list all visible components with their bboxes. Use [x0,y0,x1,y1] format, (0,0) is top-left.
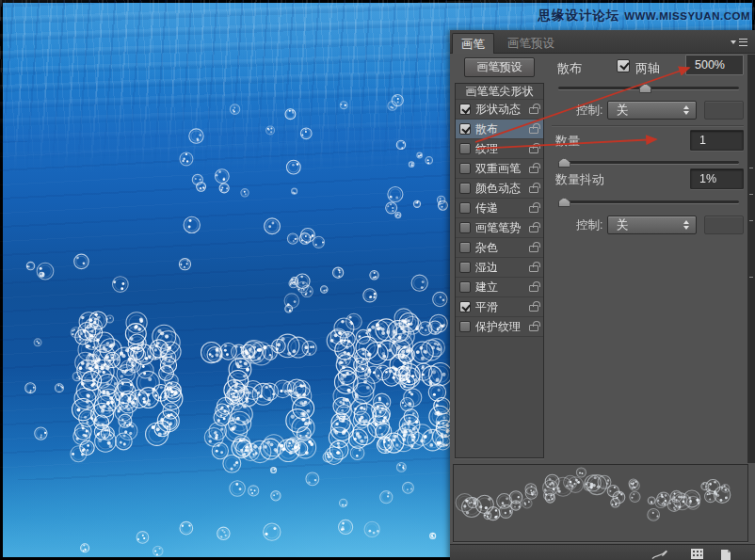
panel-tab-bar: 画笔 画笔预设 [450,30,755,54]
unlock-icon[interactable] [529,147,538,153]
brush-option-row[interactable]: 保护纹理 [456,317,543,337]
option-checkbox[interactable] [459,262,471,273]
option-checkbox[interactable] [459,163,471,174]
option-checkbox[interactable] [459,202,471,214]
brush-option-row[interactable]: 杂色 [456,238,543,258]
option-label: 散布 [475,121,498,137]
brush-option-row[interactable]: 散布 [456,120,543,139]
count-jitter-slider[interactable] [558,198,739,207]
watermark-url: WWW.MISSYUAN.COM [624,10,750,22]
brush-option-row[interactable]: 画笔笔势 [456,218,543,238]
unlock-icon[interactable] [529,246,538,252]
control1-dropdown[interactable]: 关 [607,101,697,120]
option-label: 形状动态 [475,102,521,118]
unlock-icon[interactable] [529,186,538,193]
option-label: 双重画笔 [475,161,521,177]
photoshop-workspace: 思缘设计论坛 WWW.MISSYUAN.COM 画笔 画笔预设 画笔预设 散布 … [0,0,755,560]
slider-thumb[interactable] [639,84,651,93]
slider-track[interactable] [558,200,739,203]
spinner-icon [683,104,690,116]
count-jitter-input[interactable]: 1% [690,168,744,189]
spinner-icon [683,219,690,231]
option-checkbox[interactable] [459,281,471,293]
unlock-icon[interactable] [529,127,538,134]
brush-presets-button[interactable]: 画笔预设 [464,57,535,77]
unlock-icon[interactable] [529,305,538,312]
count-input[interactable]: 1 [690,130,744,151]
panel-menu-icon[interactable] [731,38,747,47]
watermark-site: 思缘设计论坛 [538,8,619,23]
option-label: 湿边 [475,260,498,276]
option-checkbox[interactable] [459,222,471,233]
brush-option-row[interactable]: 形状动态 [456,100,543,120]
scatter-amount-input[interactable]: 500% [685,55,744,75]
option-checkbox[interactable] [459,183,471,194]
both-axes-label: 两轴 [635,60,660,77]
brush-option-row[interactable]: 纹理 [456,139,543,159]
unlock-icon[interactable] [529,325,538,331]
panel-bottom-bar [450,544,755,560]
option-label: 画笔笔势 [475,220,521,236]
unlock-icon[interactable] [529,107,538,114]
count-slider[interactable] [558,158,739,168]
option-checkbox[interactable] [459,123,471,135]
control1-label: 控制: [576,103,602,119]
brush-stroke-icon[interactable] [651,548,668,560]
pattern-icon[interactable] [689,548,706,560]
brush-option-row[interactable]: 传递 [456,199,543,218]
tab-brush[interactable]: 画笔 [452,33,494,54]
brush-options-rows: 形状动态散布纹理双重画笔颜色动态传递画笔笔势杂色湿边建立平滑保护纹理 [456,100,543,337]
brush-options-list: 画笔笔尖形状 形状动态散布纹理双重画笔颜色动态传递画笔笔势杂色湿边建立平滑保护纹… [455,83,544,458]
tab-brush-presets[interactable]: 画笔预设 [499,33,563,54]
section-divider [552,125,744,127]
bubble-text-artwork [0,0,450,560]
option-checkbox[interactable] [459,104,471,115]
option-checkbox[interactable] [459,301,471,312]
count-jitter-label: 数量抖动 [555,171,604,188]
brush-stroke-preview [453,464,748,542]
brush-option-row[interactable]: 建立 [456,278,543,297]
site-watermark: 思缘设计论坛 WWW.MISSYUAN.COM [538,8,750,24]
option-label: 建立 [475,280,498,296]
control2-disabled-field [704,216,744,234]
option-label: 保护纹理 [475,319,521,335]
brush-option-row[interactable]: 湿边 [456,258,543,278]
slider-thumb[interactable] [558,198,570,207]
unlock-icon[interactable] [529,206,538,213]
control1-value: 关 [617,104,629,117]
count-label: 数量 [555,133,580,150]
control1-disabled-field [704,101,744,120]
option-label: 传递 [475,200,498,216]
control2-dropdown[interactable]: 关 [607,216,697,234]
option-label: 纹理 [475,141,498,157]
brush-option-row[interactable]: 双重画笔 [456,159,543,179]
brush-option-row[interactable]: 平滑 [456,297,543,317]
control2-value: 关 [617,218,629,232]
brush-tip-shape-item[interactable]: 画笔笔尖形状 [456,84,543,100]
new-brush-icon[interactable] [717,548,734,560]
unlock-icon[interactable] [529,265,538,272]
unlock-icon[interactable] [529,285,538,292]
brush-option-row[interactable]: 颜色动态 [456,179,543,199]
scatter-section-label: 散布 [557,60,582,77]
option-label: 杂色 [475,240,498,256]
panel-scroll-gutter[interactable] [747,55,755,463]
option-checkbox[interactable] [459,143,471,154]
brush-panel: 画笔 画笔预设 画笔预设 散布 两轴 500% 控制: 关 数量 1 数量抖动 … [450,30,755,560]
option-label: 颜色动态 [475,181,521,197]
option-label: 平滑 [475,299,498,315]
stroke-preview-canvas [454,465,747,541]
unlock-icon[interactable] [529,226,538,232]
slider-thumb[interactable] [558,158,570,168]
both-axes-checkbox[interactable] [617,59,630,72]
slider-track[interactable] [558,161,739,164]
scatter-slider[interactable] [558,84,739,93]
option-checkbox[interactable] [459,321,471,332]
option-checkbox[interactable] [459,242,471,253]
unlock-icon[interactable] [529,167,538,173]
control2-label: 控制: [576,217,602,233]
